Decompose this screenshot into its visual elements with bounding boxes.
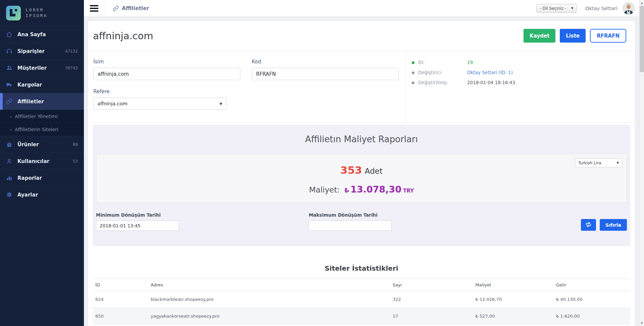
submenu-arrow-icon: › <box>10 127 12 132</box>
hamburger-menu-button[interactable] <box>84 0 105 17</box>
currency-select[interactable]: Turkish Lira ▼ <box>575 158 622 167</box>
cost-line: Maliyet:₺13.078,30TRY <box>96 184 627 195</box>
breadcrumb-label: Affilietler <box>122 5 149 11</box>
name-field-group: İsim <box>93 59 240 80</box>
list-button[interactable]: Liste <box>560 29 586 43</box>
code-button[interactable]: RFRAFN <box>590 29 626 43</box>
table-header-row: İD Adres Sayı Maliyet Gelir <box>93 279 630 291</box>
name-input[interactable] <box>93 68 240 80</box>
scroll-down-arrow-icon[interactable]: ▼ <box>639 321 644 326</box>
col-header-gelir: Gelir <box>553 279 630 291</box>
max-date-label: Maksimum Dönüşüm Tarihi <box>309 212 392 218</box>
sidebar-item-affilietler-yonetimi[interactable]: › Affilietler Yönetimi <box>0 110 84 123</box>
cell-sayi: 322 <box>390 291 473 308</box>
submenu-arrow-icon: › <box>10 114 12 119</box>
scrollbar[interactable]: ▲ ▼ <box>639 0 644 326</box>
brand-line1: LOREM <box>26 7 47 13</box>
gift-icon <box>6 141 12 148</box>
sidebar-item-label: Ana Sayfa <box>17 32 46 38</box>
user-icon <box>6 158 12 164</box>
currency-select-value: Turkish Lira <box>578 161 601 165</box>
cell-adres: yagyakankorseatr.shopeezy.pro <box>148 308 390 325</box>
sidebar-count: 53 <box>73 159 78 164</box>
code-label: Kod <box>252 59 399 65</box>
customers-icon <box>6 65 12 71</box>
cell-adres: blackmarbleatr.shopeezy.pro <box>148 291 390 308</box>
chevron-down-icon: ▼ <box>617 161 619 164</box>
panel-buttons: Sıfırla <box>581 219 627 231</box>
dates-row: Minimum Dönüşüm Tarihi Maksimum Dönüşüm … <box>93 203 630 246</box>
affiliate-card: affninja.com Kaydet Liste RFRAFN İsim Ko… <box>88 21 635 326</box>
bullet-icon <box>412 71 414 74</box>
col-header-id: İD <box>93 279 148 291</box>
code-input[interactable] <box>252 68 399 80</box>
refere-select[interactable]: affninja.com ▼ <box>93 98 226 110</box>
cell-gelir: ₺ 40.130,00 <box>553 291 630 308</box>
sidebar-item-kargolar[interactable]: Kargolar <box>0 76 84 93</box>
sidebar-item-ana-sayfa[interactable]: Ana Sayfa <box>0 26 84 43</box>
sidebar-item-musteriler[interactable]: Müşteriler 39742 <box>0 59 84 76</box>
scroll-up-arrow-icon[interactable]: ▲ <box>639 0 644 5</box>
sidebar-item-urunler[interactable]: Ürünler 89 <box>0 136 84 153</box>
header-buttons: Kaydet Liste RFRAFN <box>524 29 626 43</box>
truck-icon <box>6 82 12 88</box>
table-row[interactable]: 624 blackmarbleatr.shopeezy.pro 322 ₺ 12… <box>93 291 630 308</box>
conversion-count: 353 <box>340 164 362 176</box>
brand-name: LOREM IPSUMA <box>26 7 47 19</box>
cell-maliyet: ₺ 12.026,70 <box>473 291 553 308</box>
reset-button[interactable]: Sıfırla <box>600 219 627 231</box>
cost-report-title: Affilietın Maliyet Raporları <box>93 134 630 144</box>
sidebar-item-label: Siparişler <box>17 48 45 54</box>
refresh-button[interactable] <box>581 219 596 231</box>
sites-stats-section: Siteler İstatistikleri İD Adres Sayı Mal… <box>88 246 635 325</box>
name-label: İsim <box>93 59 240 65</box>
bullet-icon <box>412 82 414 84</box>
sidebar-item-affilietlerin-siteleri[interactable]: › Affilietlerin Siteleri <box>0 123 84 136</box>
table-row[interactable]: 650 yagyakankorseatr.shopeezy.pro 17 ₺ 5… <box>93 308 630 325</box>
col-header-maliyet: Maliyet <box>473 279 553 291</box>
info-row-id: İD: 19 <box>412 60 628 65</box>
language-select[interactable]: - Dil Seçiniz - ▼ <box>537 4 577 13</box>
refresh-icon <box>585 221 592 229</box>
refere-label: Refere <box>93 89 226 95</box>
cost-stats-box: Turkish Lira ▼ 353Adet Maliyet:₺13.078,3… <box>96 154 627 203</box>
brand-line2: IPSUMA <box>26 13 47 19</box>
language-select-value: - Dil Seçiniz - <box>540 6 566 11</box>
sidebar-item-ayarlar[interactable]: Ayarlar <box>0 186 84 203</box>
col-header-sayi: Sayı <box>390 279 473 291</box>
card-header: affninja.com Kaydet Liste RFRAFN <box>88 21 635 52</box>
sidebar-count: 47132 <box>65 49 78 54</box>
sites-stats-table: İD Adres Sayı Maliyet Gelir 624 blackmar… <box>93 279 630 325</box>
info-row-modifier: Değiştirici: Oktay Settari (İD: 1) <box>412 70 628 75</box>
brand-logo-icon <box>6 6 21 20</box>
info-label: Değiştirici: <box>418 70 467 75</box>
min-date-label: Minimum Dönüşüm Tarihi <box>96 212 179 218</box>
sidebar-item-kullanicilar[interactable]: Kullanıcılar 53 <box>0 153 84 169</box>
avatar[interactable] <box>622 2 635 15</box>
cell-gelir: ₺ 1.620,00 <box>553 308 630 325</box>
min-date-input[interactable] <box>96 220 179 231</box>
cost-label: Maliyet: <box>309 185 340 194</box>
max-date-input[interactable] <box>309 220 392 231</box>
bullet-icon <box>412 61 414 64</box>
info-area: İD: 19 Değiştirici: Oktay Settari (İD: 1… <box>406 52 635 122</box>
chevron-down-icon: ▼ <box>571 7 573 10</box>
currency-code: TRY <box>403 188 414 194</box>
info-value-modifier-link[interactable]: Oktay Settari (İD: 1) <box>467 70 513 75</box>
cell-maliyet: ₺ 527,00 <box>473 308 553 325</box>
save-button[interactable]: Kaydet <box>524 29 555 43</box>
info-row-modified-at: Değiştirilmiş: 2018-01-04 18:16:43 <box>412 80 628 86</box>
sidebar-count: 89 <box>73 142 78 147</box>
sidebar-item-siparisler[interactable]: Siparişler 47132 <box>0 43 84 59</box>
sidebar-item-raporlar[interactable]: Raporlar <box>0 169 84 186</box>
scrollbar-thumb[interactable] <box>640 6 644 72</box>
topbar-right: - Dil Seçiniz - ▼ Oktay Settari <box>537 2 635 15</box>
max-date-group: Maksimum Dönüşüm Tarihi <box>309 212 392 231</box>
sidebar-item-affilietler[interactable]: Affilietler <box>0 93 84 110</box>
sites-stats-title: Siteler İstatistikleri <box>93 264 630 272</box>
cell-sayi: 17 <box>390 308 473 325</box>
cost-amount: 13.078,30 <box>350 184 401 195</box>
sidebar-subitem-label: Affilietlerin Siteleri <box>15 127 58 132</box>
brand-logo[interactable]: LOREM IPSUMA <box>0 0 84 26</box>
form-area: İsim Kod Refere affninja.com ▼ <box>88 52 406 122</box>
